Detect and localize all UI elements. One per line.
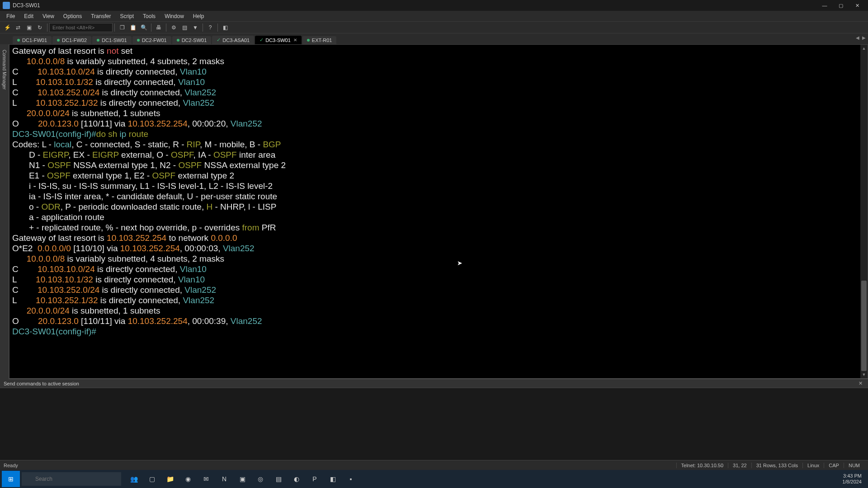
session-tab-dc3-asa01[interactable]: ✓DC3-ASA01	[212, 36, 254, 44]
minimize-button[interactable]: —	[816, 0, 833, 10]
toolbar-connect-icon[interactable]: ⚡	[2, 23, 12, 33]
menu-help[interactable]: Help	[189, 12, 209, 21]
taskbar-date: 1/8/2024	[842, 479, 862, 485]
terminal-pane[interactable]: Gateway of last resort is not set 10.0.0…	[9, 44, 868, 379]
scroll-down-icon[interactable]: ▼	[860, 371, 868, 378]
titlebar: DC3-SW01 — ▢ ✕	[0, 0, 868, 11]
tab-label: DC1-SW01	[102, 38, 127, 43]
menu-script[interactable]: Script	[115, 12, 138, 21]
session-tab-dc3-sw01[interactable]: ✓DC3-SW01✕	[255, 36, 302, 44]
tab-label: DC1-FW02	[62, 38, 87, 43]
app-icon	[3, 2, 10, 9]
toolbar-filter-icon[interactable]: ▼	[190, 23, 200, 33]
windows-taskbar: ⊞ 🔍 👥 ▢ 📁 ◉ ✉ N ▣ ◎ ▤ ◐ P ◧ ▪ 3:43 PM 1/…	[0, 470, 868, 488]
terminal-line: N1 - OSPF NSSA external type 1, N2 - OSP…	[12, 160, 865, 170]
tab-label: DC3-ASA01	[222, 38, 250, 43]
terminal-line: L 10.103.252.1/32 is directly connected,…	[12, 98, 865, 108]
tabbar: DC1-FW01DC1-FW02DC1-SW01DC2-FW01DC2-SW01…	[0, 33, 868, 44]
taskbar-chrome-icon[interactable]: ◉	[180, 471, 196, 487]
taskbar-clock[interactable]: 3:43 PM 1/8/2024	[838, 473, 866, 485]
menu-transfer[interactable]: Transfer	[86, 12, 115, 21]
toolbar-print-icon[interactable]: 🖶	[154, 23, 164, 33]
terminal-line: a - application route	[12, 212, 865, 222]
taskbar-pycharm-icon[interactable]: ◧	[325, 471, 341, 487]
toolbar-quickconnect-icon[interactable]: ⇄	[13, 23, 23, 33]
session-tab-dc1-sw01[interactable]: DC1-SW01	[92, 36, 132, 44]
vertical-scrollbar[interactable]: ▲ ▼	[860, 45, 868, 378]
toolbar-reconnect-icon[interactable]: ↻	[35, 23, 45, 33]
terminal-line: Gateway of last resort is 10.103.252.254…	[12, 233, 865, 243]
toolbar-help-icon[interactable]: ?	[205, 23, 215, 33]
menu-window[interactable]: Window	[160, 12, 189, 21]
left-sidebar: Command Manager Active Sessions	[0, 44, 9, 380]
menu-edit[interactable]: Edit	[19, 12, 38, 21]
taskbar-search-input[interactable]	[22, 472, 121, 486]
toolbar-options-icon[interactable]: ⚙	[169, 23, 179, 33]
terminal-output[interactable]: Gateway of last resort is not set 10.0.0…	[9, 45, 868, 378]
menu-options[interactable]: Options	[59, 12, 86, 21]
taskbar-app2-icon[interactable]: ▣	[234, 471, 250, 487]
command-panel-header: Send commands to active session ✕	[0, 379, 868, 388]
terminal-line: DC3-SW01(config-if)#do sh ip route	[12, 129, 865, 139]
tab-close-icon[interactable]: ✕	[293, 38, 297, 42]
taskbar-app-icon[interactable]: ▢	[144, 471, 160, 487]
sidebar-active-sessions[interactable]: Active Sessions	[0, 47, 1, 375]
toolbar-disconnect-icon[interactable]: ▣	[24, 23, 34, 33]
tab-label: DC1-FW01	[22, 38, 47, 43]
session-tab-dc1-fw01[interactable]: DC1-FW01	[13, 36, 52, 44]
taskbar-securecrt-icon[interactable]: ▪	[343, 471, 359, 487]
terminal-line: Gateway of last resort is not set	[12, 46, 865, 56]
terminal-line: C 10.103.10.0/24 is directly connected, …	[12, 66, 865, 77]
command-panel-input[interactable]	[0, 388, 868, 460]
taskbar-teams-icon[interactable]: 👥	[126, 471, 142, 487]
connected-dot-icon	[177, 39, 179, 42]
toolbar-find-icon[interactable]: 🔍	[139, 23, 149, 33]
taskbar-edge-icon[interactable]: ◐	[288, 471, 305, 487]
toolbar-divider	[114, 23, 115, 32]
toolbar-script-icon[interactable]: ◧	[220, 23, 230, 33]
session-tab-dc2-sw01[interactable]: DC2-SW01	[172, 36, 212, 44]
taskbar-explorer-icon[interactable]: 📁	[162, 471, 178, 487]
session-tab-dc2-fw01[interactable]: DC2-FW01	[132, 36, 171, 44]
connected-dot-icon	[57, 39, 60, 42]
toolbar-session-icon[interactable]: ▤	[179, 23, 189, 33]
tab-scroll-left-icon[interactable]: ◀	[854, 35, 861, 42]
menu-view[interactable]: View	[38, 12, 59, 21]
taskbar-time: 3:43 PM	[842, 473, 862, 479]
terminal-line: 10.0.0.0/8 is variably subnetted, 4 subn…	[12, 253, 865, 264]
taskbar-app4-icon[interactable]: ▤	[270, 471, 287, 487]
toolbar-divider	[47, 23, 47, 32]
terminal-line: E1 - OSPF external type 1, E2 - OSPF ext…	[12, 170, 865, 181]
toolbar-divider	[166, 23, 166, 32]
terminal-line: O*E2 0.0.0.0/0 [110/10] via 10.103.252.2…	[12, 243, 865, 253]
taskbar-powerpoint-icon[interactable]: P	[307, 471, 323, 487]
command-panel-close-icon[interactable]: ✕	[857, 380, 864, 386]
menu-tools[interactable]: Tools	[138, 12, 160, 21]
terminal-line: 10.0.0.0/8 is variably subnetted, 4 subn…	[12, 56, 865, 66]
session-tab-dc1-fw02[interactable]: DC1-FW02	[52, 36, 91, 44]
status-ready: Ready	[4, 463, 18, 468]
scroll-up-icon[interactable]: ▲	[860, 45, 868, 52]
toolbar-copy-icon[interactable]: ❐	[117, 23, 127, 33]
status-term: Linux	[802, 463, 824, 468]
terminal-line: 20.0.0.0/24 is subnetted, 1 subnets	[12, 108, 865, 118]
toolbar-paste-icon[interactable]: 📋	[128, 23, 138, 33]
connected-dot-icon	[17, 39, 20, 42]
taskbar-onenote-icon[interactable]: N	[216, 471, 232, 487]
sidebar-command-manager[interactable]: Command Manager	[1, 47, 8, 375]
scrollbar-thumb[interactable]	[861, 281, 867, 371]
menu-file[interactable]: File	[2, 12, 19, 21]
tab-label: DC2-SW01	[182, 38, 207, 43]
maximize-button[interactable]: ▢	[833, 0, 849, 10]
taskbar-outlook-icon[interactable]: ✉	[198, 471, 214, 487]
toolbar-divider	[203, 23, 203, 32]
tab-scroll-right-icon[interactable]: ▶	[861, 35, 867, 42]
tab-label: DC3-SW01	[265, 38, 291, 43]
start-button[interactable]: ⊞	[2, 471, 20, 487]
close-button[interactable]: ✕	[849, 0, 865, 10]
window-title: DC3-SW01	[13, 2, 40, 9]
host-input[interactable]	[49, 23, 113, 32]
taskbar-app3-icon[interactable]: ◎	[252, 471, 269, 487]
command-panel-title: Send commands to active session	[4, 381, 79, 386]
session-tab-ext-r01[interactable]: EXT-R01	[302, 36, 337, 44]
